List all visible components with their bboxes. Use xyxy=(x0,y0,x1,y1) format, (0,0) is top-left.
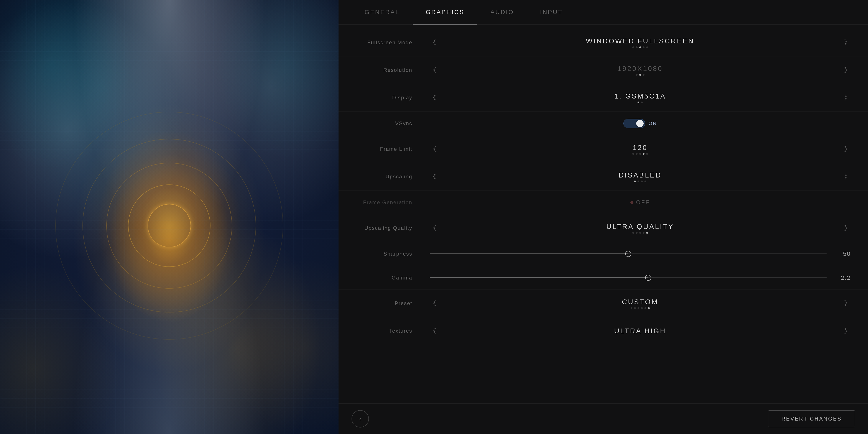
dot xyxy=(646,153,648,155)
display-value-wrapper: 1. GSM5C1A xyxy=(440,92,840,103)
frame-limit-value: 120 xyxy=(633,144,648,152)
upscaling-dots xyxy=(634,181,646,182)
label-preset: Preset xyxy=(351,300,425,306)
textures-prev[interactable] xyxy=(425,323,440,339)
vsync-toggle[interactable] xyxy=(623,119,645,128)
display-prev[interactable] xyxy=(425,90,440,105)
display-next[interactable] xyxy=(840,90,855,105)
textures-value-wrapper: ULTRA HIGH xyxy=(440,327,840,335)
vsync-toggle-container: ON xyxy=(623,119,657,128)
setting-upscaling-quality: Upscaling Quality ULTRA QUALITY xyxy=(339,214,868,242)
upscaling-next[interactable] xyxy=(840,169,855,184)
upscaling-quality-value-wrapper: ULTRA QUALITY xyxy=(440,223,840,234)
back-button[interactable]: ‹ xyxy=(351,410,369,428)
gamma-slider-container: 2.2 xyxy=(425,274,855,281)
frame-limit-dots xyxy=(632,153,648,155)
control-upscaling-quality: ULTRA QUALITY xyxy=(425,220,855,236)
chevron-left-icon xyxy=(430,327,436,336)
setting-gamma: Gamma 2.2 xyxy=(339,266,868,290)
control-gamma: 2.2 xyxy=(425,274,855,281)
chevron-right-icon xyxy=(844,145,850,154)
tab-audio[interactable]: AUDIO xyxy=(477,0,527,24)
dot xyxy=(645,181,646,182)
label-vsync: VSync xyxy=(351,120,425,126)
display-dots xyxy=(638,101,643,103)
control-frame-generation: OFF xyxy=(425,199,855,206)
chevron-left-icon xyxy=(430,224,436,232)
gamma-slider-knob[interactable] xyxy=(645,275,651,281)
revert-changes-button[interactable]: REVERT CHANGES xyxy=(768,410,855,427)
label-display: Display xyxy=(351,95,425,101)
textures-next[interactable] xyxy=(840,323,855,339)
control-upscaling: DISABLED xyxy=(425,169,855,184)
label-upscaling-quality: Upscaling Quality xyxy=(351,225,425,231)
upscaling-value: DISABLED xyxy=(619,171,662,179)
preset-prev[interactable] xyxy=(425,296,440,311)
dot xyxy=(632,232,634,234)
fullscreen-value: WINDOWED FULLSCREEN xyxy=(586,37,694,45)
fullscreen-prev[interactable] xyxy=(425,35,440,50)
dot xyxy=(639,153,641,155)
gamma-slider-fill xyxy=(430,277,648,278)
control-textures: ULTRA HIGH xyxy=(425,323,855,339)
dot xyxy=(636,46,638,48)
control-display: 1. GSM5C1A xyxy=(425,90,855,105)
upscaling-quality-next[interactable] xyxy=(840,220,855,236)
frame-limit-prev[interactable] xyxy=(425,142,440,157)
dot xyxy=(636,153,638,155)
dot-active xyxy=(643,153,645,155)
preset-dots xyxy=(630,307,650,309)
label-resolution: Resolution xyxy=(351,67,425,73)
control-frame-limit: 120 xyxy=(425,142,855,157)
sharpness-value: 50 xyxy=(833,250,850,257)
dot xyxy=(639,232,641,234)
setting-preset: Preset CUSTOM xyxy=(339,290,868,317)
chevron-left-icon xyxy=(430,38,436,47)
upscaling-quality-value: ULTRA QUALITY xyxy=(606,223,674,231)
dot-active xyxy=(639,74,641,76)
chevron-right-icon xyxy=(844,93,850,102)
fullscreen-dots xyxy=(632,46,648,48)
dot xyxy=(634,307,636,309)
sharpness-slider-fill xyxy=(430,253,628,254)
tab-graphics[interactable]: GRAPHICS xyxy=(413,0,477,24)
label-fullscreen-mode: Fullscreen Mode xyxy=(351,39,425,45)
dot xyxy=(643,232,645,234)
sharpness-slider-knob[interactable] xyxy=(625,251,631,257)
tab-input[interactable]: INPUT xyxy=(527,0,576,24)
upscaling-value-wrapper: DISABLED xyxy=(440,171,840,182)
chevron-right-icon xyxy=(844,66,850,75)
tab-general[interactable]: GENERAL xyxy=(351,0,413,24)
city-ring-5 xyxy=(55,112,283,340)
resolution-prev[interactable] xyxy=(425,62,440,78)
game-screenshot xyxy=(0,0,339,434)
dot-active xyxy=(639,46,641,48)
setting-fullscreen-mode: Fullscreen Mode WINDOWED FULLSCREEN xyxy=(339,29,868,56)
chevron-right-icon xyxy=(844,38,850,47)
control-fullscreen-mode: WINDOWED FULLSCREEN xyxy=(425,35,855,50)
dot xyxy=(632,153,634,155)
upscaling-prev[interactable] xyxy=(425,169,440,184)
chevron-left-icon xyxy=(430,93,436,102)
sharpness-slider-track[interactable] xyxy=(430,253,827,254)
setting-upscaling: Upscaling DISABLED xyxy=(339,163,868,190)
upscaling-quality-prev[interactable] xyxy=(425,220,440,236)
settings-panel: GENERAL GRAPHICS AUDIO INPUT Fullscreen … xyxy=(339,0,868,434)
resolution-dots xyxy=(636,74,645,76)
resolution-value: 1920X1080 xyxy=(618,65,663,73)
gamma-slider-track[interactable] xyxy=(430,277,827,278)
chevron-left-icon xyxy=(430,172,436,181)
frame-generation-label: OFF xyxy=(636,199,650,206)
display-value: 1. GSM5C1A xyxy=(614,92,666,100)
chevron-right-icon xyxy=(844,224,850,232)
preset-next[interactable] xyxy=(840,296,855,311)
dot xyxy=(638,181,639,182)
frame-limit-next[interactable] xyxy=(840,142,855,157)
setting-frame-limit: Frame Limit 120 xyxy=(339,135,868,163)
control-resolution: 1920X1080 xyxy=(425,62,855,78)
frame-generation-value: OFF xyxy=(630,199,650,206)
setting-textures: Textures ULTRA HIGH xyxy=(339,317,868,345)
resolution-next[interactable] xyxy=(840,62,855,78)
vsync-toggle-knob xyxy=(636,120,644,127)
fullscreen-next[interactable] xyxy=(840,35,855,50)
